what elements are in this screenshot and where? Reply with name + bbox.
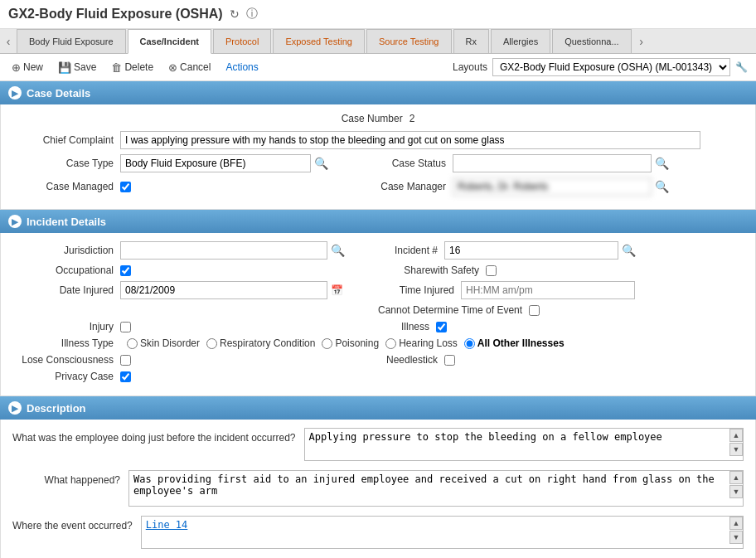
illness-checkbox[interactable]: [436, 322, 447, 332]
app-title: GX2-Body Fluid Exposure (OSHA): [8, 7, 223, 22]
cannot-determine-label: Cannot Determine Time of Event: [378, 304, 529, 316]
delete-button[interactable]: 🗑 Delete: [108, 60, 157, 75]
occupational-share-row: Occupational Sharewith Safety: [12, 264, 744, 276]
cannot-determine-checkbox[interactable]: [529, 305, 540, 316]
description-header[interactable]: ▶ Description: [0, 396, 756, 420]
case-type-search-icon[interactable]: 🔍: [314, 157, 328, 170]
q3-scroll-btns: ▲ ▼: [729, 517, 743, 544]
q2-scroll-up[interactable]: ▲: [729, 471, 743, 484]
q3-row: Where the event occurred? Line 14 ▲ ▼: [12, 516, 744, 551]
tab-rx[interactable]: Rx: [453, 29, 489, 53]
case-status-label: Case Status: [378, 158, 453, 169]
q3-textarea[interactable]: Line 14: [141, 516, 744, 549]
incident-details-header[interactable]: ▶ Incident Details: [0, 210, 756, 233]
case-type-col: Case Type 🔍: [12, 154, 378, 172]
radio-poisoning[interactable]: Poisoning: [322, 337, 379, 349]
illness-col: Illness: [378, 321, 744, 332]
case-details-toggle[interactable]: ▶: [8, 86, 22, 99]
incident-details-toggle[interactable]: ▶: [8, 215, 22, 228]
date-time-row: Date Injured 📅 Time Injured: [12, 281, 744, 299]
radio-all-other[interactable]: All Other Illnesses: [464, 337, 565, 349]
tab-next-arrow[interactable]: ›: [633, 35, 650, 48]
q1-scroll-down[interactable]: ▼: [729, 443, 743, 456]
cannot-determine-row: Cannot Determine Time of Event: [12, 304, 744, 316]
occupational-checkbox[interactable]: [120, 265, 131, 276]
actions-button[interactable]: Actions: [222, 60, 261, 75]
illness-label: Illness: [378, 321, 436, 332]
chief-complaint-input[interactable]: [120, 131, 700, 149]
lose-consciousness-col: Lose Consciousness: [12, 354, 378, 366]
share-safety-checkbox[interactable]: [486, 265, 497, 276]
date-injured-label: Date Injured: [12, 284, 120, 296]
case-details-body: Case Number 2 Chief Complaint Case Type …: [0, 104, 756, 210]
radio-respiratory[interactable]: Respiratory Condition: [206, 337, 315, 349]
case-type-input[interactable]: [120, 154, 311, 172]
q2-label: What happened?: [12, 470, 128, 488]
q2-textarea[interactable]: Was providing first aid to an injured em…: [128, 470, 744, 507]
case-managed-manager-row: Case Managed Case Manager 🔍: [12, 177, 744, 196]
jurisdiction-input[interactable]: [120, 241, 327, 260]
info-icon[interactable]: ⓘ: [246, 7, 258, 22]
time-injured-col: Time Injured: [378, 281, 744, 299]
q2-row: What happened? Was providing first aid t…: [12, 470, 744, 509]
tab-protocol[interactable]: Protocol: [213, 29, 271, 53]
cancel-button[interactable]: ⊗ Cancel: [165, 60, 214, 75]
radio-hearing-loss[interactable]: Hearing Loss: [385, 337, 458, 349]
case-manager-input[interactable]: [453, 177, 652, 196]
injury-label: Injury: [12, 321, 120, 332]
description-toggle[interactable]: ▶: [8, 401, 22, 415]
q1-textarea[interactable]: Applying pressure to stop the bleeding o…: [304, 428, 744, 461]
q3-scroll-down[interactable]: ▼: [729, 531, 743, 544]
needlestick-label: Needlestick: [378, 354, 444, 366]
incident-details-body: Jurisdiction 🔍 Incident # 🔍 Occupational…: [0, 233, 756, 396]
case-managed-checkbox[interactable]: [120, 182, 131, 192]
refresh-icon[interactable]: ↻: [230, 7, 240, 21]
q1-row: What was the employee doing just before …: [12, 428, 744, 463]
tab-body-fluid[interactable]: Body Fluid Exposure: [17, 29, 126, 53]
tab-source-testing[interactable]: Source Testing: [366, 29, 452, 53]
time-injured-label: Time Injured: [378, 284, 461, 296]
illness-type-row: Illness Type Skin Disorder Respiratory C…: [12, 337, 744, 349]
jurisdiction-search-icon[interactable]: 🔍: [331, 244, 345, 257]
injury-checkbox[interactable]: [120, 322, 131, 332]
injury-col: Injury: [12, 321, 378, 332]
incident-num-input[interactable]: [444, 241, 618, 260]
case-managed-col: Case Managed: [12, 177, 378, 196]
layouts-select[interactable]: GX2-Body Fluid Exposure (OSHA) (ML-00134…: [492, 58, 730, 76]
chief-complaint-row: Chief Complaint: [12, 131, 744, 149]
jurisdiction-incident-row: Jurisdiction 🔍 Incident # 🔍: [12, 241, 744, 260]
q2-scroll-down[interactable]: ▼: [729, 485, 743, 498]
new-button[interactable]: ⊕ New: [8, 60, 46, 75]
tab-questionnaire[interactable]: Questionna...: [552, 29, 631, 53]
case-status-search-icon[interactable]: 🔍: [655, 157, 669, 170]
time-injured-input[interactable]: [461, 281, 635, 299]
cancel-icon: ⊗: [168, 61, 177, 74]
illness-type-label: Illness Type: [12, 337, 120, 349]
case-number-row: Case Number 2: [12, 113, 744, 124]
new-icon: ⊕: [12, 61, 21, 74]
calendar-icon[interactable]: 📅: [331, 284, 343, 296]
needlestick-col: Needlestick: [378, 354, 744, 366]
date-injured-input[interactable]: [120, 281, 327, 299]
q1-scroll-up[interactable]: ▲: [729, 429, 743, 442]
incident-num-label: Incident #: [378, 245, 444, 256]
tab-prev-arrow[interactable]: ‹: [0, 35, 17, 48]
save-button[interactable]: 💾 Save: [55, 60, 99, 75]
privacy-case-checkbox[interactable]: [120, 371, 131, 382]
case-manager-col: Case Manager 🔍: [378, 177, 744, 196]
tab-case-incident[interactable]: Case/Incident: [128, 29, 212, 54]
case-details-header[interactable]: ▶ Case Details: [0, 81, 756, 104]
case-manager-search-icon[interactable]: 🔍: [655, 180, 669, 193]
q3-scroll-up[interactable]: ▲: [729, 517, 743, 530]
incident-num-search-icon[interactable]: 🔍: [622, 244, 636, 257]
radio-skin-disorder[interactable]: Skin Disorder: [127, 337, 200, 349]
case-manager-label: Case Manager: [378, 181, 453, 192]
layouts-action-icon[interactable]: 🔧: [735, 61, 748, 73]
chief-complaint-label: Chief Complaint: [12, 134, 120, 146]
tab-exposed-testing[interactable]: Exposed Testing: [273, 29, 365, 53]
case-status-input[interactable]: [453, 154, 652, 172]
lose-consciousness-checkbox[interactable]: [120, 355, 131, 366]
needlestick-checkbox[interactable]: [444, 355, 455, 366]
lose-consciousness-needlestick-row: Lose Consciousness Needlestick: [12, 354, 744, 366]
tab-allergies[interactable]: Allergies: [491, 29, 550, 53]
